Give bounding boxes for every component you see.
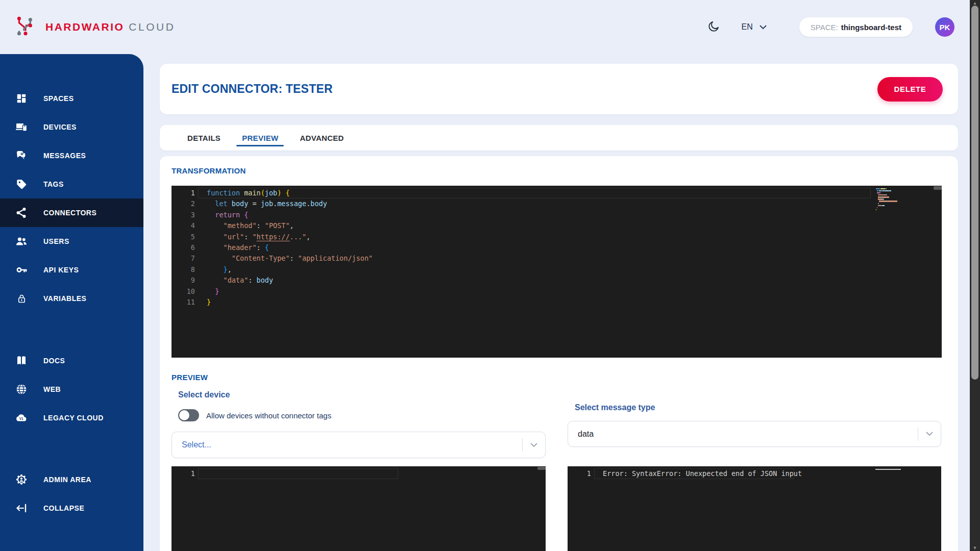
- code-line: 11}: [172, 297, 942, 308]
- space-selector[interactable]: SPACE: thingsboard-test: [799, 17, 913, 37]
- line-content: function main(job) {: [207, 188, 290, 198]
- line-number: 9: [172, 275, 195, 286]
- sidebar-item-label: MESSAGES: [43, 152, 86, 160]
- preview-columns: Select device Allow devices without conn…: [172, 384, 942, 551]
- preview-output-editor[interactable]: 1Error: SyntaxError: Unexpected end of J…: [568, 466, 941, 551]
- line-number: 1: [172, 468, 195, 479]
- device-select[interactable]: Select...: [172, 432, 546, 458]
- chevron-down-icon: [523, 443, 545, 447]
- sidebar-item-spaces[interactable]: SPACES: [0, 84, 143, 113]
- line-number: 6: [172, 242, 195, 253]
- transformation-heading: TRANSFORMATION: [172, 166, 942, 175]
- minimap-slider[interactable]: [934, 186, 942, 190]
- scrollbar-down-arrow-icon[interactable]: ▼: [970, 545, 980, 551]
- line-content: let body = job.message.body: [207, 198, 327, 209]
- editor-minimap[interactable]: [873, 186, 942, 358]
- sidebar-item-label: DOCS: [43, 357, 65, 365]
- code-lines: 1: [172, 466, 546, 479]
- code-line: 4 "method": "POST",: [172, 220, 942, 231]
- line-number: 4: [172, 220, 195, 231]
- line-number: 1: [172, 188, 195, 198]
- line-content: "url": "https://...",: [207, 232, 310, 242]
- line-number: 11: [172, 297, 195, 308]
- tab-advanced[interactable]: ADVANCED: [293, 125, 350, 151]
- space-name: thingsboard-test: [841, 23, 901, 32]
- line-content: "method": "POST",: [207, 220, 294, 231]
- brand-name: HARDWARIO: [45, 21, 124, 33]
- message-type-select[interactable]: data: [568, 421, 941, 447]
- allow-devices-toggle[interactable]: [178, 409, 199, 421]
- line-number: 8: [172, 264, 195, 275]
- chat-icon: [15, 149, 28, 162]
- code-line: 6 "header": {: [172, 242, 942, 253]
- message-input-editor[interactable]: 1: [172, 466, 546, 551]
- tab-preview[interactable]: PREVIEW: [236, 125, 284, 151]
- page-scrollbar-thumb[interactable]: [971, 6, 978, 380]
- editor-scrollbar-thumb[interactable]: [537, 467, 546, 470]
- sidebar-item-users[interactable]: USERS: [0, 227, 143, 256]
- connector-preview-card: TRANSFORMATION 1function main(job) {2 le…: [160, 156, 958, 551]
- sidebar-item-label: DEVICES: [43, 123, 77, 131]
- lock-icon: [15, 292, 28, 305]
- hardwario-logo-icon: [14, 14, 37, 40]
- line-content: },: [207, 264, 232, 275]
- page-scrollbar: ▲ ▼: [970, 0, 980, 551]
- sidebar-item-api-keys[interactable]: API KEYS: [0, 256, 143, 284]
- brand-logo[interactable]: HARDWARIOCLOUD: [14, 14, 175, 40]
- moon-icon: [707, 20, 720, 35]
- svg-text:V1: V1: [19, 417, 23, 420]
- language-selector[interactable]: EN: [742, 22, 767, 32]
- sidebar-item-label: ADMIN AREA: [43, 475, 91, 484]
- line-content: }: [207, 297, 211, 308]
- line-number: 1: [568, 468, 591, 479]
- transformation-code-editor[interactable]: 1function main(job) {2 let body = job.me…: [172, 186, 942, 358]
- sidebar-item-collapse[interactable]: COLLAPSE: [0, 494, 143, 522]
- user-avatar[interactable]: PK: [935, 17, 954, 37]
- code-line: 3 return {: [172, 210, 942, 220]
- sidebar-item-admin-area[interactable]: ADMIN AREA: [0, 465, 143, 494]
- select-device-label: Select device: [178, 390, 546, 399]
- globe-icon: [15, 383, 28, 395]
- current-line-highlight: [198, 468, 398, 479]
- sidebar-item-label: USERS: [43, 237, 69, 245]
- sidebar-item-legacy-cloud[interactable]: V1LEGACY CLOUD: [0, 404, 143, 432]
- sidebar-item-connectors[interactable]: CONNECTORS: [0, 198, 143, 227]
- editor-minimap[interactable]: [872, 466, 941, 551]
- code-lines: 1function main(job) {2 let body = job.me…: [172, 186, 942, 308]
- sidebar-item-label: WEB: [43, 385, 61, 393]
- sidebar-item-label: API KEYS: [43, 266, 79, 274]
- line-content: "data": body: [207, 275, 273, 286]
- key-icon: [15, 264, 28, 276]
- sidebar-item-devices[interactable]: DEVICES: [0, 113, 143, 141]
- line-content: "header": {: [207, 242, 269, 253]
- line-content: return {: [207, 210, 248, 220]
- tab-details[interactable]: DETAILS: [181, 125, 227, 151]
- sidebar-item-web[interactable]: WEB: [0, 375, 143, 404]
- line-number: 5: [172, 232, 195, 242]
- select-message-type-label: Select message type: [575, 403, 941, 412]
- gear-user-icon: [15, 473, 28, 486]
- language-code: EN: [742, 22, 753, 32]
- sidebar-item-docs[interactable]: DOCS: [0, 346, 143, 375]
- line-content: "Content-Type": "application/json": [207, 253, 373, 264]
- line-content: }: [207, 286, 219, 297]
- sidebar-item-label: LEGACY CLOUD: [43, 414, 104, 422]
- space-label: SPACE:: [811, 23, 838, 32]
- page-title: EDIT CONNECTOR: TESTER: [172, 82, 333, 96]
- sidebar-item-tags[interactable]: TAGS: [0, 170, 143, 198]
- device-select-placeholder: Select...: [182, 440, 522, 449]
- sidebar-spacer: [0, 432, 143, 465]
- toggle-knob: [179, 410, 189, 420]
- sidebar-spacer: [0, 313, 143, 346]
- sidebar-item-label: TAGS: [43, 180, 64, 188]
- collapse-icon: [15, 502, 28, 514]
- sidebar-item-messages[interactable]: MESSAGES: [0, 141, 143, 170]
- cloud-v1-icon: V1: [15, 412, 28, 424]
- delete-button[interactable]: DELETE: [877, 77, 943, 102]
- line-content: Error: SyntaxError: Unexpected end of JS…: [603, 468, 802, 479]
- theme-toggle-button[interactable]: [706, 19, 721, 35]
- code-line: 10 }: [172, 286, 942, 297]
- share-icon: [15, 207, 28, 219]
- sidebar-item-variables[interactable]: VARIABLES: [0, 284, 143, 313]
- tab-bar: DETAILSPREVIEWADVANCED: [160, 125, 958, 151]
